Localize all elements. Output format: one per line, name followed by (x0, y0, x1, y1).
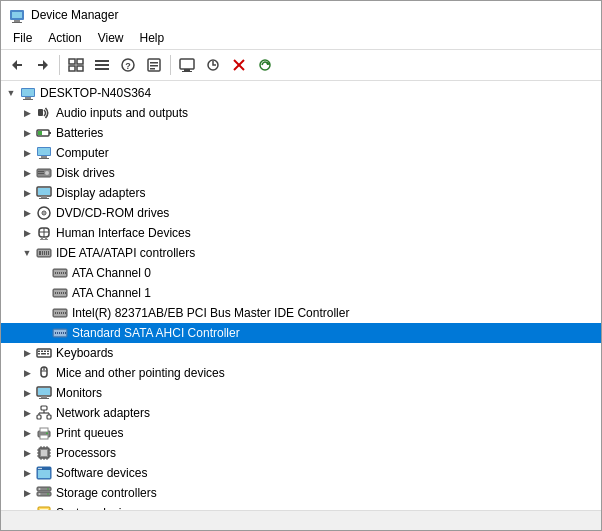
menu-file[interactable]: File (5, 29, 40, 47)
list-item[interactable]: ▶ Display adapters (1, 183, 601, 203)
audio-label: Audio inputs and outputs (56, 106, 188, 120)
disk-expand-btn[interactable]: ▶ (19, 165, 35, 181)
list-item[interactable]: ▶ Print queues (1, 423, 601, 443)
svg-rect-137 (38, 470, 50, 478)
list-item[interactable]: ▶ Proces (1, 443, 601, 463)
prop2-button[interactable] (142, 53, 166, 77)
svg-rect-96 (38, 351, 40, 353)
list-item[interactable]: ▶ Storage controllers (1, 483, 601, 503)
menu-action[interactable]: Action (40, 29, 89, 47)
svg-point-145 (39, 488, 41, 490)
mice-expand-btn[interactable]: ▶ (19, 365, 35, 381)
tree-root[interactable]: ▼ DESKTOP-N40S364 (1, 83, 601, 103)
svg-rect-119 (40, 428, 48, 432)
monitors-expand-btn[interactable]: ▶ (19, 385, 35, 401)
list-item[interactable]: ▶ DVD/CD-ROM drives (1, 203, 601, 223)
svg-rect-1 (12, 12, 22, 18)
list-item[interactable]: ▶ Software devices (1, 463, 601, 483)
list-item[interactable]: ▶ System devices (1, 503, 601, 510)
svg-rect-46 (39, 198, 49, 199)
menu-bar: File Action View Help (1, 27, 601, 50)
device-tree: ▼ DESKTOP-N40S364 ▶ (1, 81, 601, 510)
menu-view[interactable]: View (90, 29, 132, 47)
list-item[interactable]: ▼ IDE ATA/ATAPI controllers (1, 243, 601, 263)
toolbar-sep-2 (170, 55, 171, 75)
forward-button[interactable] (31, 53, 55, 77)
svg-marker-5 (38, 60, 48, 70)
uninstall-button[interactable] (227, 53, 251, 77)
print-expand-btn[interactable]: ▶ (19, 425, 35, 441)
keyboard-expand-btn[interactable]: ▶ (19, 345, 35, 361)
computer-label: Computer (56, 146, 109, 160)
svg-rect-45 (41, 196, 47, 198)
svg-rect-92 (61, 332, 62, 334)
ide-expand-btn[interactable]: ▼ (19, 245, 35, 261)
root-expand-btn[interactable]: ▼ (3, 85, 19, 101)
list-item[interactable]: ▶ Computer (1, 143, 601, 163)
svg-rect-37 (41, 156, 47, 158)
audio-expand-btn[interactable]: ▶ (19, 105, 35, 121)
svg-rect-65 (55, 272, 56, 274)
svg-rect-98 (44, 351, 46, 353)
computer-expand-btn[interactable]: ▶ (19, 145, 35, 161)
hid-expand-btn[interactable]: ▶ (19, 225, 35, 241)
list-item[interactable]: ▶ Keyboards (1, 343, 601, 363)
svg-rect-20 (184, 69, 190, 71)
sw-expand-btn[interactable]: ▶ (19, 465, 35, 481)
svg-rect-74 (57, 292, 58, 294)
svg-rect-89 (55, 332, 56, 334)
storage-expand-btn[interactable]: ▶ (19, 485, 35, 501)
ata0-icon (51, 265, 69, 281)
list-item[interactable]: ▶ Monitors (1, 383, 601, 403)
batteries-label: Batteries (56, 126, 103, 140)
list-item[interactable]: ▶ Network adapters (1, 403, 601, 423)
back-button[interactable] (5, 53, 29, 77)
svg-rect-82 (57, 312, 58, 314)
list-item[interactable]: ▶ Human Interface Devices (1, 223, 601, 243)
list-item[interactable]: ▶ Disk drives (1, 163, 601, 183)
svg-rect-78 (65, 292, 66, 294)
batteries-expand-btn[interactable]: ▶ (19, 125, 35, 141)
svg-rect-109 (41, 396, 47, 398)
list-item[interactable]: ▶ Batteries (1, 123, 601, 143)
svg-rect-76 (61, 292, 62, 294)
svg-rect-12 (95, 68, 109, 70)
svg-rect-84 (61, 312, 62, 314)
network-expand-btn[interactable]: ▶ (19, 405, 35, 421)
svg-rect-9 (77, 66, 83, 71)
display-expand-btn[interactable]: ▶ (19, 185, 35, 201)
keyboard-icon (35, 345, 53, 361)
list-item[interactable]: ATA Channel 0 (1, 263, 601, 283)
menu-help[interactable]: Help (132, 29, 173, 47)
svg-rect-100 (38, 353, 40, 355)
overview-button[interactable] (64, 53, 88, 77)
svg-rect-108 (38, 388, 50, 395)
proc-expand-btn[interactable]: ▶ (19, 445, 35, 461)
list-item[interactable]: ATA Channel 1 (1, 283, 601, 303)
svg-rect-113 (47, 415, 51, 419)
svg-rect-42 (38, 173, 44, 174)
list-item[interactable]: Intel(R) 82371AB/EB PCI Bus Master IDE C… (1, 303, 601, 323)
list-button[interactable] (90, 53, 114, 77)
root-label: DESKTOP-N40S364 (40, 86, 151, 100)
dvd-expand-btn[interactable]: ▶ (19, 205, 35, 221)
mice-label: Mice and other pointing devices (56, 366, 225, 380)
ata1-label: ATA Channel 1 (72, 286, 151, 300)
svg-rect-36 (38, 148, 50, 155)
network-label: Network adapters (56, 406, 150, 420)
scan-button[interactable] (253, 53, 277, 77)
toolbar-sep-1 (59, 55, 60, 75)
svg-rect-10 (95, 60, 109, 62)
ata0-label: ATA Channel 0 (72, 266, 151, 280)
storage-label: Storage controllers (56, 486, 157, 500)
selected-item[interactable]: Standard SATA AHCI Controller (1, 323, 601, 343)
list-item[interactable]: ▶ Mice and other pointing devices (1, 363, 601, 383)
svg-rect-62 (48, 251, 49, 255)
storage-icon (35, 485, 53, 501)
svg-point-49 (43, 212, 45, 214)
update-button[interactable] (201, 53, 225, 77)
display-button[interactable] (175, 53, 199, 77)
help-button[interactable]: ? (116, 53, 140, 77)
list-item[interactable]: ▶ Audio inputs and outputs (1, 103, 601, 123)
sw-icon (35, 465, 53, 481)
